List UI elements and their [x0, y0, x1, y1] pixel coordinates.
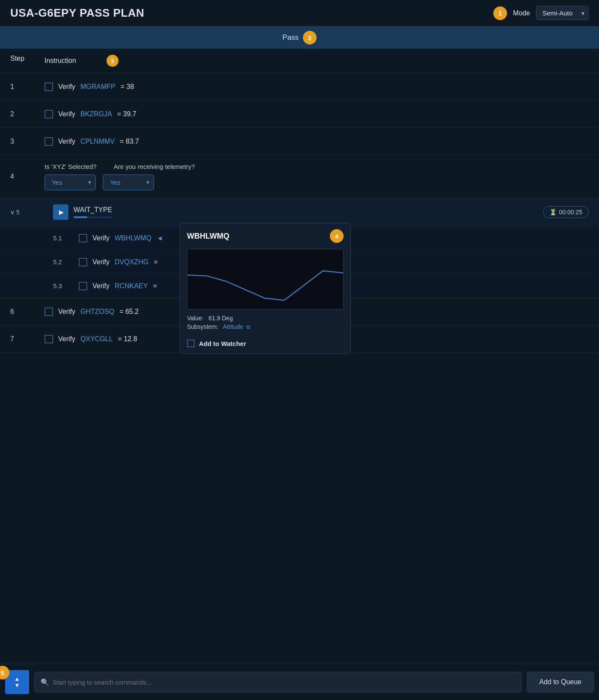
add-to-queue-button[interactable]: Add to Queue — [527, 672, 594, 692]
label-xyz: Is 'XYZ' Selected? — [44, 163, 97, 170]
wait-type-label: WAIT_TYPE — [74, 206, 112, 214]
verify-label: Verify — [58, 335, 75, 343]
telemetry-dropdown[interactable]: Yes — [103, 174, 154, 190]
step-number: 4 — [10, 173, 44, 180]
verify-value: = 65.2 — [119, 308, 139, 316]
step-instruction: Verify MGRAMFP = 38 — [44, 83, 589, 91]
step4-dropdowns: Yes Yes — [44, 174, 589, 190]
sub-step-number: 5.3 — [44, 282, 79, 289]
mode-select[interactable]: Semi-Auto Manual Auto — [536, 6, 589, 20]
col-step-header: Step — [10, 55, 44, 67]
step-instruction: Verify BKZRGJA = 39.7 — [44, 110, 589, 118]
main-content: 1 Verify MGRAMFP = 38 2 Verify BKZRGJA =… — [0, 73, 599, 353]
step-checkbox[interactable] — [44, 110, 53, 118]
pass-bar-label: Pass — [282, 33, 299, 42]
tooltip-info: Value: 61.9 Deg Subsystem: Attitude ⧉ — [180, 310, 350, 335]
subsystem-link[interactable]: Attitude — [223, 323, 243, 330]
watcher-checkbox[interactable] — [187, 340, 195, 347]
step-checkbox[interactable] — [79, 282, 87, 290]
step-number: 2 — [10, 110, 44, 118]
subsystem-label: Subsystem: — [187, 323, 218, 330]
mode-select-wrapper: Semi-Auto Manual Auto — [536, 6, 589, 20]
tooltip-footer: Add to Watcher — [180, 335, 350, 353]
sub-step-number: 5.2 — [44, 258, 79, 266]
watcher-label: Add to Watcher — [199, 340, 246, 347]
table-row: 3 Verify CPLNMMV = 83.7 — [0, 128, 599, 155]
step-checkbox[interactable] — [44, 335, 53, 343]
tooltip-chart — [187, 249, 344, 310]
verify-label: Verify — [58, 138, 75, 145]
instruction-label: Instruction — [44, 57, 76, 64]
step-checkbox[interactable] — [44, 307, 53, 316]
search-icon: 🔍 — [41, 678, 49, 686]
step-instruction: Is 'XYZ' Selected? Are you receiving tel… — [44, 163, 589, 190]
telemetry-tooltip: WBHLWMQ 4 Value: 61.9 Deg Subsystem: Att… — [180, 223, 351, 354]
table-header: Step Instruction 3 — [0, 49, 599, 73]
verify-value: = 38 — [121, 83, 134, 91]
stepper-wrapper: 5 ▲ ▼ — [0, 670, 34, 694]
progress-bar-fill — [74, 216, 87, 218]
xyz-dropdown[interactable]: Yes — [44, 174, 96, 190]
sub-step-number: 5.1 — [44, 234, 79, 242]
step-checkbox[interactable] — [44, 83, 53, 91]
label-telemetry: Are you receiving telemetry? — [114, 163, 195, 170]
tooltip-value-line: Value: 61.9 Deg — [187, 315, 344, 322]
telemetry-link[interactable]: WBHLWMQ — [115, 234, 151, 242]
telemetry-link[interactable]: DVQXZHG — [115, 258, 148, 266]
step-checkbox[interactable] — [44, 137, 53, 146]
value-label: Value: — [187, 315, 204, 322]
mode-label: Mode — [513, 9, 530, 17]
badge-2: 2 — [303, 31, 317, 44]
clock-icon: ⏳ — [549, 209, 557, 216]
step-number: 7 — [10, 335, 44, 343]
header-controls: 1 Mode Semi-Auto Manual Auto — [493, 6, 589, 20]
verify-value: = — [154, 258, 157, 266]
badge-4: 4 — [330, 229, 344, 243]
step-checkbox[interactable] — [79, 258, 87, 266]
collapse-chevron-icon[interactable]: ∨ 5 — [10, 209, 27, 216]
telemetry-link[interactable]: RCNKAEY — [115, 282, 148, 290]
verify-label: Verify — [58, 308, 75, 316]
svg-rect-0 — [187, 250, 343, 309]
step-number: 3 — [10, 138, 44, 145]
verify-value: = 39.7 — [117, 110, 136, 118]
value-number: 61.9 Deg — [208, 315, 233, 322]
verify-value: = 83.7 — [120, 138, 139, 145]
table-row: 2 Verify BKZRGJA = 39.7 — [0, 100, 599, 128]
tooltip-subsystem-line: Subsystem: Attitude ⧉ — [187, 323, 344, 330]
app-header: USA-G6EPY PASS PLAN 1 Mode Semi-Auto Man… — [0, 0, 599, 27]
play-icon: ▶ — [59, 209, 64, 216]
play-button[interactable]: ▶ — [53, 204, 68, 220]
down-arrow-icon: ▼ — [15, 682, 20, 688]
verify-label: Verify — [58, 83, 75, 91]
step-number: 6 — [10, 308, 44, 316]
timer-value: 00:00:25 — [559, 209, 583, 216]
up-arrow-icon: ▲ — [15, 676, 20, 682]
tooltip-title: WBHLWMQ — [187, 232, 229, 241]
step-instruction: Verify CPLNMMV = 83.7 — [44, 137, 589, 146]
value-data — [205, 315, 207, 322]
verify-label: Verify — [92, 282, 110, 290]
verify-label: Verify — [92, 234, 110, 242]
col-instruction-header: Instruction 3 — [44, 55, 589, 67]
verify-value: = — [153, 282, 157, 290]
page-title: USA-G6EPY PASS PLAN — [10, 6, 144, 20]
command-search-input[interactable] — [53, 679, 515, 686]
verify-value: = 12.8 — [118, 335, 137, 343]
external-link-icon: ⧉ — [246, 324, 250, 330]
telemetry-link[interactable]: CPLNMMV — [80, 138, 115, 145]
telemetry-link[interactable]: QXYCGLL — [80, 335, 113, 343]
telemetry-link[interactable]: MGRAMFP — [80, 83, 116, 91]
verify-label: Verify — [58, 110, 75, 118]
step-number: 1 — [10, 83, 44, 91]
table-row: ∨ 5 ▶ WAIT_TYPE ⏳ 00:00:25 — [0, 198, 599, 226]
chart-svg — [187, 249, 343, 309]
footer-bar: 5 ▲ ▼ 🔍 Add to Queue — [0, 664, 599, 700]
badge-1: 1 — [493, 6, 507, 20]
telemetry-link[interactable]: BKZRGJA — [80, 110, 112, 118]
step-checkbox[interactable] — [79, 234, 87, 242]
telemetry-link[interactable]: GHTZOSQ — [80, 308, 114, 316]
table-row: 4 Is 'XYZ' Selected? Are you receiving t… — [0, 155, 599, 198]
table-row: 1 Verify MGRAMFP = 38 — [0, 73, 599, 100]
arrow-indicator: ◄ — [157, 234, 163, 242]
